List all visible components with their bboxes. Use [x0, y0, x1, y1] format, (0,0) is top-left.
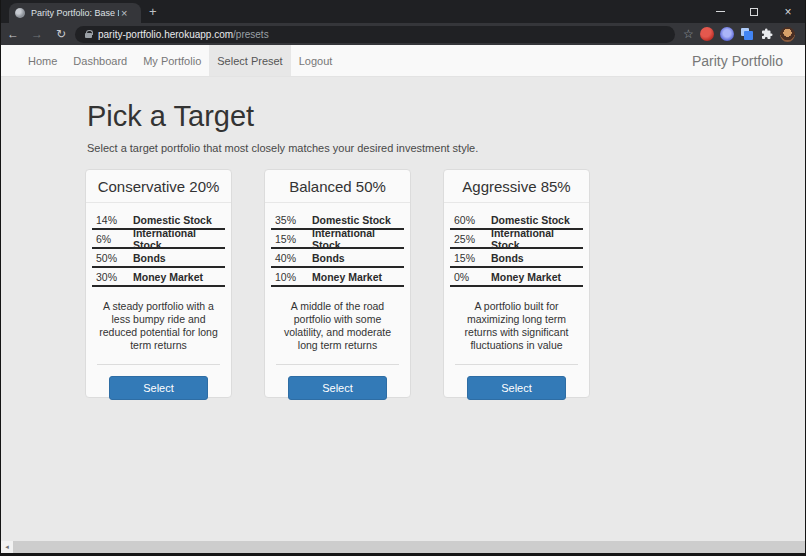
browser-menu-icon[interactable]: ⋮ [802, 28, 806, 41]
select-conservative-button[interactable]: Select [109, 376, 208, 400]
extension-translate-icon[interactable] [740, 27, 754, 41]
allocation-pct: 50% [92, 252, 126, 264]
allocation-asset: Money Market [126, 271, 203, 283]
allocation-row: 30%Money Market [92, 268, 225, 287]
preset-card-aggressive: Aggressive 85% 60%Domestic Stock 25%Inte… [443, 169, 590, 398]
window-maximize-button[interactable] [737, 0, 771, 23]
allocation-row: 25%International Stock [450, 230, 583, 249]
url-text: parity-portfolio.herokuapp.com/presets [98, 29, 269, 40]
new-tab-button[interactable]: + [149, 5, 157, 19]
extension-red-icon[interactable] [700, 27, 714, 41]
allocation-asset: Domestic Stock [126, 214, 212, 226]
card-description: A middle of the road portfolio with some… [273, 300, 402, 353]
allocation-pct: 14% [92, 214, 126, 226]
bookmark-star-icon[interactable]: ☆ [683, 27, 694, 41]
allocation-asset: International Stock [305, 227, 404, 251]
tab-close-icon[interactable]: × [121, 7, 127, 19]
allocation-asset: Bonds [484, 252, 524, 264]
allocation-pct: 25% [450, 233, 484, 245]
allocation-row: 15%Bonds [450, 249, 583, 268]
preset-card-conservative: Conservative 20% 14%Domestic Stock 6%Int… [85, 169, 232, 398]
allocation-pct: 15% [271, 233, 305, 245]
card-title: Aggressive 85% [444, 170, 589, 203]
tab-title: Parity Portfolio: Base Data [31, 8, 119, 18]
window-controls: × [703, 0, 805, 23]
select-aggressive-button[interactable]: Select [467, 376, 566, 400]
preset-card-balanced: Balanced 50% 35%Domestic Stock 15%Intern… [264, 169, 411, 398]
reload-icon[interactable]: ↻ [49, 27, 73, 41]
card-divider [276, 364, 399, 365]
allocation-pct: 6% [92, 233, 126, 245]
page-title: Pick a Target [87, 100, 805, 133]
allocation-asset: Domestic Stock [305, 214, 391, 226]
nav-item-logout[interactable]: Logout [291, 45, 341, 76]
forward-icon[interactable]: → [25, 27, 49, 41]
page-subtitle: Select a target portfolio that most clos… [87, 142, 805, 154]
browser-window: Parity Portfolio: Base Data × + × ← → ↻ … [0, 0, 806, 556]
allocation-asset: International Stock [126, 227, 225, 251]
card-title: Conservative 20% [86, 170, 231, 203]
allocation-table: 14%Domestic Stock 6%International Stock … [92, 211, 225, 287]
card-description: A steady portfolio with a less bumpy rid… [94, 300, 223, 353]
nav-item-select-preset[interactable]: Select Preset [209, 45, 290, 76]
allocation-pct: 30% [92, 271, 126, 283]
allocation-asset: Money Market [484, 271, 561, 283]
allocation-pct: 40% [271, 252, 305, 264]
card-divider [97, 364, 220, 365]
allocation-pct: 60% [450, 214, 484, 226]
horizontal-scrollbar[interactable]: ◂ [1, 541, 805, 553]
window-minimize-button[interactable] [703, 0, 737, 23]
allocation-row: 0%Money Market [450, 268, 583, 287]
main-content: Pick a Target Select a target portfolio … [1, 77, 805, 398]
browser-toolbar: ← → ↻ parity-portfolio.herokuapp.com/pre… [1, 23, 805, 45]
allocation-row: 50%Bonds [92, 249, 225, 268]
tab-favicon-icon [15, 8, 25, 18]
url-host: parity-portfolio.herokuapp.com [98, 29, 233, 40]
allocation-asset: Money Market [305, 271, 382, 283]
url-path: /presets [233, 29, 269, 40]
minimize-icon [716, 11, 725, 12]
allocation-pct: 15% [450, 252, 484, 264]
browser-titlebar: Parity Portfolio: Base Data × + × [1, 0, 805, 23]
address-bar[interactable]: parity-portfolio.herokuapp.com/presets [75, 26, 675, 43]
preset-cards: Conservative 20% 14%Domestic Stock 6%Int… [85, 169, 805, 398]
allocation-row: 6%International Stock [92, 230, 225, 249]
nav-item-my-portfolio[interactable]: My Portfolio [135, 45, 209, 76]
allocation-asset: Bonds [305, 252, 345, 264]
browser-tab[interactable]: Parity Portfolio: Base Data × [9, 3, 141, 23]
extensions-puzzle-icon[interactable] [760, 27, 774, 41]
allocation-pct: 0% [450, 271, 484, 283]
nav-item-dashboard[interactable]: Dashboard [65, 45, 135, 76]
select-balanced-button[interactable]: Select [288, 376, 387, 400]
allocation-asset: Bonds [126, 252, 166, 264]
extension-purple-icon[interactable] [720, 27, 734, 41]
card-description: A portfolio built for maximizing long te… [452, 300, 581, 353]
allocation-pct: 10% [271, 271, 305, 283]
allocation-row: 40%Bonds [271, 249, 404, 268]
translate-front-square [744, 31, 753, 40]
allocation-asset: Domestic Stock [484, 214, 570, 226]
card-divider [455, 364, 578, 365]
window-close-button[interactable]: × [771, 0, 805, 23]
card-title: Balanced 50% [265, 170, 410, 203]
back-icon[interactable]: ← [1, 27, 25, 41]
profile-avatar[interactable] [780, 27, 795, 42]
allocation-table: 60%Domestic Stock 25%International Stock… [450, 211, 583, 287]
allocation-asset: International Stock [484, 227, 583, 251]
lock-icon [85, 33, 92, 38]
allocation-row: 10%Money Market [271, 268, 404, 287]
page-viewport: Home Dashboard My Portfolio Select Prese… [1, 45, 805, 541]
allocation-table: 35%Domestic Stock 15%International Stock… [271, 211, 404, 287]
maximize-icon [750, 8, 758, 16]
scroll-left-icon[interactable]: ◂ [1, 541, 13, 553]
nav-item-home[interactable]: Home [20, 45, 65, 76]
allocation-row: 15%International Stock [271, 230, 404, 249]
site-brand: Parity Portfolio [692, 45, 783, 76]
allocation-pct: 35% [271, 214, 305, 226]
site-navbar: Home Dashboard My Portfolio Select Prese… [1, 45, 805, 77]
scrollbar-thumb[interactable] [13, 541, 805, 553]
